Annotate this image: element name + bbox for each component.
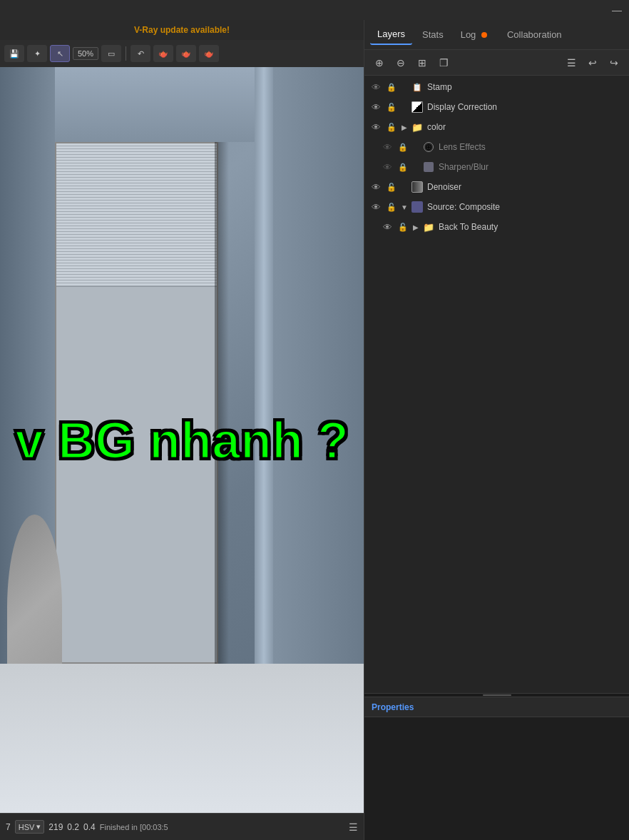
layer-visibility-color[interactable]: 👁	[367, 122, 384, 133]
layer-row-source-composite[interactable]: 👁 🔓 ▼ Source: Composite	[364, 197, 629, 217]
status-val1: 219	[48, 822, 63, 832]
viewport-image: v BG nhanh ?	[0, 67, 364, 813]
layer-visibility-lens[interactable]: 👁	[379, 142, 396, 153]
viewport-statusbar: 7 HSV ▾ 219 0.2 0.4 Finished in [00:03:5…	[0, 813, 364, 840]
main-container: V-Ray update available! 💾 ✦ ↖ 50% ▭ ↶ 🫖 …	[0, 20, 629, 840]
layer-lock-composite[interactable]: 🔓	[384, 203, 399, 212]
list-view-button[interactable]: ☰	[562, 54, 581, 71]
layer-name-back-to-beauty: Back To Beauty	[439, 222, 626, 232]
back-icon[interactable]: ↶	[131, 45, 150, 62]
stamp-icon: 📋	[410, 81, 424, 93]
layers-toolbar: ⊕ ⊖ ⊞ ❐ ☰ ↩ ↪	[364, 50, 629, 76]
vray-update-text: V-Ray update available!	[134, 25, 230, 35]
wall-top	[55, 67, 273, 142]
layer-lock-display-correction[interactable]: 🔓	[384, 103, 399, 112]
undo-button[interactable]: ↩	[583, 54, 602, 71]
status-value1: 7	[6, 822, 11, 832]
log-notification-dot	[481, 32, 487, 38]
tab-layers[interactable]: Layers	[370, 24, 412, 45]
right-panel: Layers Stats Log Collaboration ⊕ ⊖ ⊞ ❐ ☰…	[364, 20, 629, 840]
blind-slat	[56, 283, 218, 286]
layer-row-back-to-beauty[interactable]: 👁 🔓 ▶ 📁 Back To Beauty	[376, 217, 629, 237]
select-tool-icon[interactable]: ↖	[50, 45, 70, 62]
layer-lock-denoiser[interactable]: 🔓	[384, 183, 399, 192]
viewport-toolbar: 💾 ✦ ↖ 50% ▭ ↶ 🫖 🫖 🫖	[0, 40, 364, 67]
tab-stats[interactable]: Stats	[415, 25, 451, 44]
rect-select-icon[interactable]: ▭	[101, 45, 121, 62]
properties-section: Properties	[364, 697, 629, 840]
layer-visibility-beauty[interactable]: 👁	[379, 222, 396, 233]
status-val3: 0.4	[83, 822, 96, 832]
layer-row-denoiser[interactable]: 👁 🔓 Denoiser	[364, 177, 629, 197]
redo-button[interactable]: ↪	[605, 54, 623, 71]
layer-name-denoiser: Denoiser	[427, 182, 626, 192]
layer-lock-stamp[interactable]: 🔒	[384, 83, 399, 92]
dropdown-arrow-icon: ▾	[36, 822, 41, 831]
layers-list: 👁 🔒 📋 Stamp 👁 🔓 Display Correction 👁 🔓	[364, 76, 629, 693]
vray-update-bar[interactable]: V-Ray update available!	[0, 20, 364, 40]
duplicate-layer-button[interactable]: ❐	[434, 54, 453, 71]
floor	[0, 664, 364, 813]
star-icon[interactable]: ✦	[27, 45, 47, 62]
layer-name-lens-effects: Lens Effects	[439, 142, 626, 152]
lens-effects-icon: ⊕	[421, 141, 436, 153]
tabs-row: Layers Stats Log Collaboration	[364, 20, 629, 50]
status-menu-icon[interactable]: ☰	[349, 821, 358, 833]
layer-expand-color[interactable]: ▶	[399, 123, 410, 131]
color-mode-dropdown[interactable]: HSV ▾	[15, 820, 45, 834]
color-folder-icon: 📁	[410, 121, 424, 133]
layer-expand-composite[interactable]: ▼	[399, 203, 410, 211]
layer-name-source-composite: Source: Composite	[427, 202, 626, 212]
zoom-percent[interactable]: 50%	[73, 47, 98, 60]
title-bar: —	[0, 0, 629, 20]
status-val2: 0.2	[67, 822, 79, 832]
minimize-button[interactable]: —	[612, 4, 622, 16]
sharpen-blur-icon	[421, 161, 436, 173]
beauty-folder-icon: 📁	[421, 221, 436, 233]
blinds-shadow	[215, 142, 229, 664]
properties-header: Properties	[364, 697, 629, 717]
color-mode-label: HSV	[19, 823, 35, 831]
layer-row-lens-effects[interactable]: 👁 🔒 ⊕ Lens Effects	[376, 137, 629, 157]
room-background: v BG nhanh ?	[0, 67, 364, 813]
toolbar-divider	[126, 46, 126, 61]
add-layer-button[interactable]: ⊕	[370, 54, 389, 71]
viewport-panel: V-Ray update available! 💾 ✦ ↖ 50% ▭ ↶ 🫖 …	[0, 20, 364, 840]
status-finished: Finished in [00:03:5	[100, 823, 344, 831]
layer-name-stamp: Stamp	[427, 82, 626, 92]
tab-log[interactable]: Log	[454, 25, 497, 44]
composite-icon	[410, 201, 424, 213]
layer-expand-beauty[interactable]: ▶	[410, 223, 421, 231]
divider-handle	[483, 694, 511, 696]
layer-lock-sharpen[interactable]: 🔒	[396, 163, 410, 172]
layer-visibility-display-correction[interactable]: 👁	[367, 102, 384, 113]
layer-visibility-stamp[interactable]: 👁	[367, 82, 384, 93]
layer-name-sharpen-blur: Sharpen/Blur	[439, 162, 626, 172]
merge-layers-button[interactable]: ⊞	[413, 54, 431, 71]
properties-content	[364, 717, 629, 840]
layer-row-stamp[interactable]: 👁 🔒 📋 Stamp	[364, 77, 629, 97]
layer-row-sharpen-blur[interactable]: 👁 🔒 Sharpen/Blur	[376, 157, 629, 177]
layer-lock-color[interactable]: 🔓	[384, 123, 399, 132]
blind-frame	[55, 142, 219, 664]
layer-row-color[interactable]: 👁 🔓 ▶ 📁 color	[364, 117, 629, 137]
layer-visibility-composite[interactable]: 👁	[367, 202, 384, 213]
window-blinds	[55, 142, 219, 664]
teapot1-icon[interactable]: 🫖	[153, 45, 173, 62]
remove-layer-button[interactable]: ⊖	[392, 54, 410, 71]
layer-lock-lens[interactable]: 🔒	[396, 143, 410, 152]
layer-visibility-denoiser[interactable]: 👁	[367, 182, 384, 193]
save-icon[interactable]: 💾	[4, 45, 24, 62]
layer-name-color: color	[427, 122, 626, 132]
properties-title: Properties	[372, 702, 414, 712]
layer-visibility-sharpen[interactable]: 👁	[379, 162, 396, 173]
teapot3-icon[interactable]: 🫖	[199, 45, 219, 62]
layer-lock-beauty[interactable]: 🔓	[396, 223, 410, 232]
teapot2-icon[interactable]: 🫖	[176, 45, 196, 62]
overlay-text: v BG nhanh ?	[15, 411, 349, 470]
display-correction-icon	[410, 101, 424, 113]
layer-name-display-correction: Display Correction	[427, 102, 626, 112]
tab-collaboration[interactable]: Collaboration	[500, 25, 569, 44]
layer-row-display-correction[interactable]: 👁 🔓 Display Correction	[364, 97, 629, 117]
denoiser-icon	[410, 181, 424, 193]
